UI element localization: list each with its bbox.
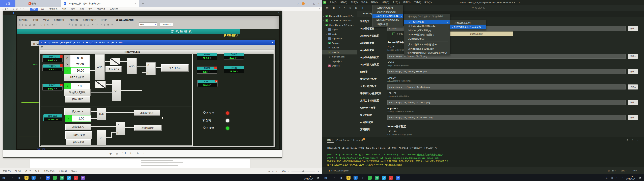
menu-item[interactable]: 工具(T) (412, 0, 423, 5)
station-menu-item[interactable]: ACTION (70, 19, 78, 21)
compare-block[interactable]: <1.00 (65, 115, 91, 122)
chevron-icon[interactable]: › (326, 38, 328, 40)
compare-block[interactable]: >8.00 (64, 55, 90, 61)
status-item[interactable]: 素材夹 (71, 170, 77, 173)
zoom-select[interactable]: 80% ▾ (139, 22, 157, 27)
station-toolbar-icon[interactable]: ⊠ (52, 23, 54, 26)
station-toolbar-icon[interactable]: › (62, 23, 62, 26)
collapse-ribbon-icon[interactable]: ⌃ (319, 8, 322, 10)
tree-item[interactable]: › Candoo.Outsource.Ass... (322, 18, 357, 23)
status-item[interactable]: 拼写检查(C) (44, 170, 54, 173)
manifest-nav-item[interactable]: 微信小程序配置 (357, 76, 387, 82)
status-item[interactable]: 列: 2 (35, 170, 39, 173)
station-menu-item[interactable]: CONFIGURE (83, 19, 96, 21)
status-right-item[interactable]: UTF-8 (632, 169, 637, 172)
pv-tag[interactable]: TI8622 22.66°C (224, 66, 244, 73)
toolbar-icon[interactable]: ▶ (355, 6, 358, 10)
pv-tag[interactable]: PI8671 L 0.09MPa (42, 84, 62, 91)
viewer-tool-icon[interactable]: ⊖ (116, 152, 118, 155)
manifest-nav-item[interactable]: uni统计配置 (357, 119, 387, 126)
station-toolbar-icon[interactable]: · (59, 23, 60, 26)
notification-icon[interactable]: ▣ (316, 176, 320, 180)
compare-block[interactable]: >22.00 (64, 61, 90, 68)
menu-item[interactable]: 查找(I) (360, 0, 369, 5)
station-toolbar-icon[interactable]: ⌂ (18, 23, 20, 26)
icon-path-input[interactable]: unpackage/res/icons/192x192.png (388, 100, 626, 105)
maximize-icon[interactable]: □ (314, 2, 315, 5)
station-toolbar-icon[interactable]: ▤ (75, 23, 77, 26)
taskbar-app-icon[interactable]: 微 (375, 176, 379, 180)
ribbon-tab-active[interactable]: 开始 (30, 8, 38, 11)
taskbar-app-icon[interactable]: ◍ (360, 176, 364, 180)
menu-item[interactable]: 运行(R) (380, 0, 391, 5)
status-item[interactable]: 文档校对 (59, 170, 67, 173)
submenu-item[interactable]: ✓› (405, 19, 448, 19)
start-button[interactable]: ⊞ (322, 174, 330, 181)
ribbon-tab[interactable]: 开发工具 (95, 8, 108, 11)
hmi-button[interactable]: HRCS已切除 (66, 132, 92, 139)
station-toolbar-icon[interactable]: | (84, 23, 85, 26)
pv-tag[interactable]: LI8671 L 65.84% (198, 80, 218, 87)
manifest-nav-item[interactable]: h5配置 (357, 68, 387, 76)
hmi-button[interactable]: 系统投入无反馈 (64, 89, 90, 96)
viewer-tool-icon[interactable]: ↻ (130, 152, 132, 155)
station-toolbar-icon[interactable]: ✓ (96, 23, 98, 26)
manifest-nav-item[interactable]: 源码视图 (357, 126, 387, 133)
taskbar-app-icon[interactable]: W (46, 176, 50, 180)
base-option[interactable]: ✓自定义调试基座(Android)(C)› (450, 25, 486, 29)
zoom-out-icon[interactable]: − (288, 170, 289, 172)
taskbar-app-icon[interactable]: ♪ (389, 176, 393, 180)
tree-item[interactable]: manifest.json (322, 54, 357, 59)
pv-tag[interactable]: TI8612 22.94°C (224, 52, 244, 60)
menu-item[interactable]: 跳转(G) (369, 0, 380, 5)
compare-block[interactable]: <7.00 (64, 83, 90, 90)
browse-button[interactable]: 浏览... (628, 84, 638, 90)
wps-tab-home[interactable]: 首页 (0, 0, 16, 7)
taskbar-app-icon[interactable]: ▣ (24, 176, 28, 180)
station-toolbar-icon[interactable]: ◉ (107, 23, 109, 26)
taskbar-app-icon[interactable]: ◍ (38, 176, 42, 180)
status-right-item[interactable]: 行:1 列:1 (608, 169, 616, 172)
station-toolbar-icon[interactable]: ▥ (80, 23, 82, 26)
run-menu-item[interactable]: ✓运行到手机或模拟器(N)› (372, 14, 403, 18)
viewer-tool-icon[interactable]: ✎ (136, 152, 139, 155)
toolbar-icon[interactable]: ☆ (349, 6, 351, 10)
submenu-item[interactable]: ✓ADB路径设置(A)› (404, 37, 450, 41)
tab-close-icon[interactable]: × (134, 2, 136, 5)
station-toolbar-icon[interactable]: | (72, 23, 73, 26)
station-toolbar-icon[interactable]: | (22, 23, 23, 26)
tree-item[interactable]: pages.json (322, 59, 357, 64)
browse-button[interactable]: 浏览... (628, 100, 638, 105)
taskbar-app-icon[interactable]: 微 (60, 176, 64, 180)
tree-item[interactable]: › pages (322, 27, 357, 32)
base-option[interactable]: ✓标准运行基座(D)› (450, 20, 486, 25)
tree-item[interactable]: uni.scss (322, 64, 357, 68)
browse-button[interactable]: 浏览... (628, 26, 638, 31)
run-menu-item[interactable]: ✓运行到内置浏览器(I)› (372, 10, 403, 14)
clock[interactable]: 12:06 2021/5/24 (626, 175, 635, 180)
manifest-nav-item[interactable]: 百度小程序配置 (357, 82, 387, 90)
manifest-nav-item[interactable]: App启动界面配置 (357, 32, 387, 40)
ribbon-icon[interactable]: ▤ (13, 8, 16, 10)
hmi-output[interactable]: 压缩机零负荷 (134, 110, 160, 116)
station-toolbar-icon[interactable]: △ (25, 23, 27, 26)
hmi-button[interactable]: 加载液压站 (66, 124, 91, 130)
viewer-title-bar[interactable]: ◆ × (3, 11, 282, 15)
toolbar-icon[interactable]: ▤ (326, 6, 328, 10)
zoom-slider[interactable] (292, 171, 315, 172)
taskbar-app-icon[interactable]: ▦ (340, 176, 344, 180)
station-page-tab[interactable]: 加氢部分流程图 (116, 18, 134, 22)
station-toolbar-icon[interactable]: · (65, 23, 66, 26)
browse-button[interactable]: 浏览... (628, 115, 638, 120)
station-menu-item[interactable]: EDIT (33, 19, 38, 21)
taskbar-app-icon[interactable]: W (396, 176, 400, 180)
compare-block[interactable]: <80.00 (64, 67, 90, 74)
station-toolbar-icon[interactable]: ⊡ (47, 23, 49, 26)
toolbar-icon[interactable]: › (344, 6, 345, 9)
taskbar-app-icon[interactable]: e (32, 176, 36, 180)
hrcs-window-close-icon[interactable]: × (272, 41, 275, 44)
zoom-in-icon[interactable]: ＋ (317, 170, 319, 173)
ribbon-tab[interactable]: 引用 (60, 8, 68, 11)
station-menu-item[interactable]: HELP (101, 19, 107, 21)
quick-icons[interactable]: ▤⊡↶↷ (13, 8, 30, 10)
